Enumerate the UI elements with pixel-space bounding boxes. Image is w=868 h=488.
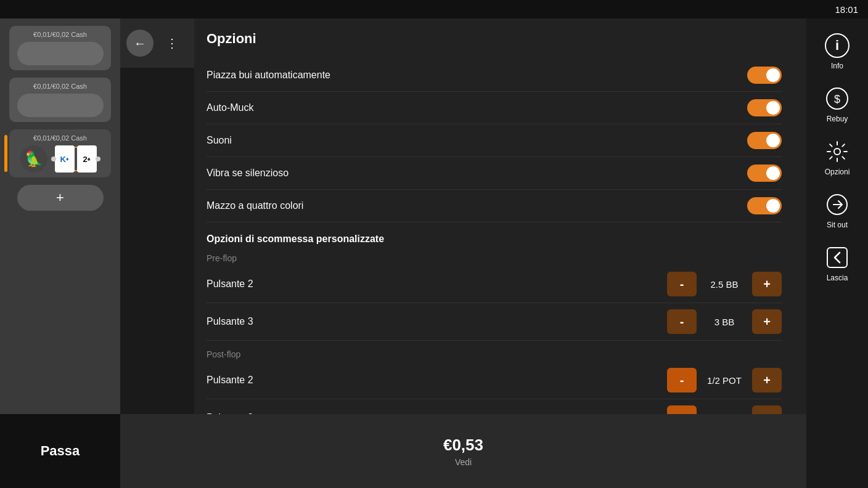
- preflop-bet-controls-1: -3 BB+: [667, 309, 782, 334]
- svg-text:i: i: [835, 38, 839, 53]
- preflop-bets-container: Pulsante 2-2.5 BB+Pulsante 3-3 BB+: [207, 266, 782, 341]
- avatar: 🦜: [20, 145, 47, 173]
- cards-container: K♦ 2♠: [55, 145, 97, 173]
- panel-header-nav: ← ⋮: [120, 18, 194, 68]
- postflop-label: Post-flop: [207, 349, 782, 359]
- pass-button[interactable]: Passa: [0, 414, 120, 488]
- postflop-plus-btn-1[interactable]: +: [752, 405, 782, 414]
- preflop-bet-row-0: Pulsante 2-2.5 BB+: [207, 266, 782, 303]
- bet-label: Vedi: [455, 457, 472, 467]
- sidebar-action-rebuy[interactable]: $Rebuy: [809, 78, 865, 131]
- clock: 18:01: [835, 4, 858, 15]
- toggle-knob-2: [766, 134, 780, 147]
- toggle-row-2: Suoni: [207, 124, 782, 157]
- table-item-3-active[interactable]: €0,01/€0,02 Cash 🦜 K♦ 2♠: [9, 129, 111, 177]
- toggle-row-3: Vibra se silenzioso: [207, 157, 782, 190]
- menu-icon: ⋮: [166, 36, 178, 51]
- top-bar: 18:01: [0, 0, 868, 18]
- postflop-plus-btn-0[interactable]: +: [752, 368, 782, 392]
- svg-text:$: $: [834, 93, 840, 105]
- svg-rect-6: [827, 248, 847, 267]
- preflop-bet-label-0: Pulsante 2: [207, 279, 253, 290]
- card-2-spades: 2♠: [77, 145, 97, 173]
- toggle-knob-1: [766, 101, 780, 115]
- options-title: Opzioni: [207, 31, 782, 47]
- toggle-switch-2[interactable]: [747, 132, 782, 149]
- postflop-minus-btn-0[interactable]: -: [667, 368, 697, 392]
- preflop-minus-btn-1[interactable]: -: [667, 309, 697, 334]
- sidebar-action-label-opzioni: Opzioni: [825, 168, 850, 176]
- table1-label: €0,01/€0,02 Cash: [33, 31, 87, 38]
- sidebar-action-label-sit-out: Sit out: [827, 221, 848, 229]
- preflop-bet-value-0: 2.5 BB: [697, 279, 752, 290]
- custom-bets-title: Opzioni di scommessa personalizzate: [207, 234, 782, 245]
- menu-button[interactable]: ⋮: [160, 31, 184, 55]
- toggle-row-1: Auto-Muck: [207, 92, 782, 124]
- table2-label: €0,01/€0,02 Cash: [33, 83, 87, 90]
- postflop-bet-label-0: Pulsante 2: [207, 375, 253, 386]
- postflop-bet-value-0: 1/2 POT: [697, 375, 752, 386]
- sidebar-action-opzioni[interactable]: Opzioni: [809, 131, 865, 184]
- options-panel: Opzioni Piazza bui automaticamenteAuto-M…: [194, 18, 806, 414]
- sidebar-action-sit-out[interactable]: Sit out: [809, 184, 865, 237]
- lascia-icon: [824, 244, 851, 271]
- preflop-minus-btn-0[interactable]: -: [667, 272, 697, 296]
- postflop-bet-controls-1: -3/4 POT+: [667, 405, 782, 414]
- table-item-1[interactable]: €0,01/€0,02 Cash: [9, 26, 111, 70]
- postflop-minus-btn-1[interactable]: -: [667, 405, 697, 414]
- info-icon: i: [824, 32, 851, 59]
- toggle-label-3: Vibra se silenzioso: [207, 168, 289, 179]
- toggle-knob-0: [766, 68, 780, 82]
- table1-chip-btn[interactable]: [17, 42, 104, 65]
- card-king-diamonds: K♦: [55, 145, 75, 173]
- back-icon: ←: [134, 36, 146, 51]
- active-indicator: [4, 135, 7, 172]
- preflop-bet-row-1: Pulsante 3-3 BB+: [207, 303, 782, 341]
- toggle-knob-4: [766, 199, 780, 213]
- toggle-knob-3: [766, 166, 780, 180]
- sidebar-action-lascia[interactable]: Lascia: [809, 237, 865, 290]
- table2-chip-btn[interactable]: [17, 94, 104, 117]
- table3-label: €0,01/€0,02 Cash: [33, 134, 87, 142]
- sidebar-action-label-info: Info: [831, 62, 843, 70]
- preflop-label: Pre-flop: [207, 253, 782, 263]
- preflop-bet-value-1: 3 BB: [697, 317, 752, 327]
- bottom-bar: Passa €0,53 Vedi: [0, 414, 806, 488]
- bet-button[interactable]: €0,53 Vedi: [120, 414, 806, 488]
- toggle-row-0: Piazza bui automaticamente: [207, 59, 782, 92]
- table-item-2[interactable]: €0,01/€0,02 Cash: [9, 78, 111, 122]
- svg-point-4: [834, 148, 840, 155]
- preflop-bet-controls-0: -2.5 BB+: [667, 272, 782, 296]
- postflop-bet-row-1: Pulsante 3-3/4 POT+: [207, 399, 782, 414]
- toggle-label-0: Piazza bui automaticamente: [207, 70, 330, 81]
- toggle-switch-3[interactable]: [747, 165, 782, 182]
- right-sidebar-items: iInfo$RebuyOpzioniSit outLascia: [809, 25, 865, 290]
- postflop-bets-container: Pulsante 2-1/2 POT+Pulsante 3-3/4 POT+: [207, 362, 782, 414]
- back-button[interactable]: ←: [126, 30, 154, 57]
- preflop-plus-btn-0[interactable]: +: [752, 272, 782, 296]
- opzioni-icon: [824, 138, 851, 165]
- rebuy-icon: $: [824, 85, 851, 112]
- sidebar-action-label-rebuy: Rebuy: [827, 115, 848, 123]
- pass-label: Passa: [41, 443, 80, 459]
- toggle-row-4: Mazzo a quattro colori: [207, 190, 782, 222]
- toggle-label-1: Auto-Muck: [207, 102, 253, 113]
- add-table-button[interactable]: +: [17, 185, 104, 211]
- sit-out-icon: [824, 191, 851, 218]
- postflop-bet-row-0: Pulsante 2-1/2 POT+: [207, 362, 782, 399]
- toggle-label-2: Suoni: [207, 135, 232, 146]
- toggle-switch-4[interactable]: [747, 197, 782, 214]
- right-sidebar: iInfo$RebuyOpzioniSit outLascia: [806, 18, 868, 488]
- toggle-switch-0[interactable]: [747, 67, 782, 84]
- toggle-label-4: Mazzo a quattro colori: [207, 200, 303, 211]
- bet-amount: €0,53: [443, 436, 483, 455]
- sidebar-action-info[interactable]: iInfo: [809, 25, 865, 78]
- sidebar-action-label-lascia: Lascia: [827, 274, 848, 282]
- preflop-plus-btn-1[interactable]: +: [752, 309, 782, 334]
- postflop-bet-controls-0: -1/2 POT+: [667, 368, 782, 392]
- toggle-switch-1[interactable]: [747, 99, 782, 116]
- preflop-bet-label-1: Pulsante 3: [207, 316, 253, 327]
- toggles-container: Piazza bui automaticamenteAuto-MuckSuoni…: [207, 59, 782, 222]
